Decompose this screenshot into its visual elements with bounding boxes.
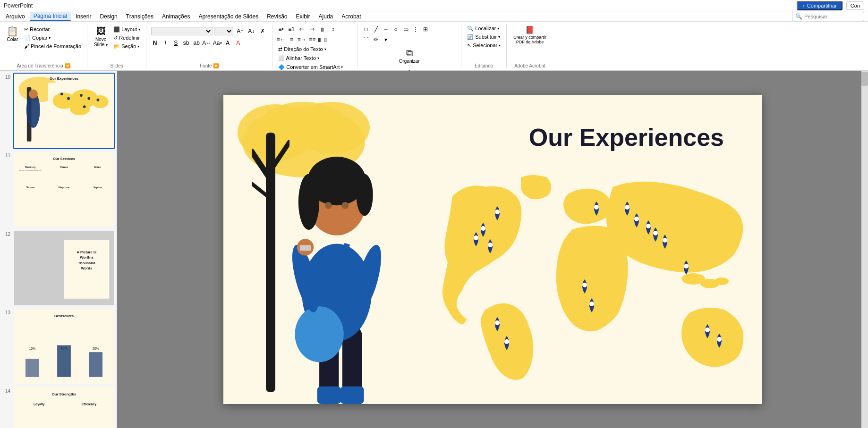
- svg-text:20%: 20%: [93, 347, 99, 350]
- new-slide-icon: 🖼: [96, 26, 106, 36]
- increase-indent-button[interactable]: ⇒: [307, 25, 317, 34]
- clipboard-label: Área de Transferência 🔽: [4, 62, 83, 68]
- font-size-select[interactable]: [214, 27, 233, 35]
- menu-arquivo[interactable]: Arquivo: [2, 12, 29, 21]
- menu-exibir[interactable]: Exibir: [292, 12, 314, 21]
- line-shape-button[interactable]: ╱: [371, 25, 381, 34]
- secao-button[interactable]: 📂 Seção ▾: [111, 42, 142, 50]
- align-center-button[interactable]: ≡: [287, 35, 296, 44]
- world-map: [429, 168, 750, 385]
- menu-animacoes[interactable]: Animações: [158, 12, 194, 21]
- scrollbar-thumb[interactable]: [861, 72, 868, 86]
- decrease-indent-button[interactable]: ⇐: [297, 25, 306, 34]
- clear-format-button[interactable]: ✗: [258, 26, 267, 36]
- localizar-button[interactable]: 🔍 Localizar ▾: [465, 25, 502, 33]
- slide-canvas[interactable]: Our Experiences: [223, 95, 762, 404]
- case-button[interactable]: Aa ▾: [213, 38, 222, 48]
- svg-point-78: [488, 243, 493, 247]
- slide-item-12[interactable]: 12 A Picture Is Worth a Thousand Words: [2, 230, 115, 306]
- increase-font-button[interactable]: A↑: [235, 26, 245, 36]
- svg-text:Venus is the second planet...: Venus is the second planet...: [19, 170, 42, 172]
- slide-item-13[interactable]: 13 Bestsellers 10% 35% 20%: [2, 308, 115, 385]
- app-name: PowerPoint: [4, 2, 33, 9]
- shadow-button[interactable]: ab: [192, 38, 201, 48]
- svg-point-10: [67, 97, 70, 100]
- compartilhar-button[interactable]: ↑ Compartilhar: [797, 1, 842, 10]
- menu-acrobat[interactable]: Acrobat: [338, 12, 365, 21]
- col-button[interactable]: ⫼: [318, 25, 327, 34]
- search-input[interactable]: [804, 14, 861, 19]
- numbered-list-button[interactable]: ≡1: [287, 25, 296, 34]
- novo-slide-button[interactable]: 🖼 NovoSlide ▾: [91, 25, 111, 49]
- italic-button[interactable]: I: [161, 38, 170, 48]
- copiar-button[interactable]: 📄 Copiar ▾: [22, 34, 83, 42]
- svg-point-91: [684, 264, 689, 269]
- freeform-button[interactable]: ✏: [371, 35, 381, 44]
- layout-button[interactable]: ⬛ Layout ▾: [111, 25, 142, 34]
- slide-title: Our Experiences: [529, 123, 724, 151]
- slide-item-10[interactable]: 10: [2, 73, 115, 149]
- underline-button[interactable]: S: [171, 38, 180, 48]
- font-family-select[interactable]: [151, 27, 213, 35]
- person-illustration: [266, 111, 408, 404]
- slide-thumb-12[interactable]: A Picture Is Worth a Thousand Words: [13, 230, 115, 306]
- svg-text:10%: 10%: [29, 347, 35, 350]
- svg-text:Worth a: Worth a: [80, 255, 94, 260]
- vertical-scrollbar[interactable]: [861, 71, 868, 428]
- justify-button[interactable]: ≡≡: [307, 35, 317, 44]
- shape-grid-button[interactable]: ⊞: [421, 25, 430, 34]
- menu-inserir[interactable]: Inserir: [72, 12, 95, 21]
- highlight-button[interactable]: A̲: [223, 38, 232, 48]
- bullet-list-button[interactable]: ≡•: [276, 25, 286, 34]
- organizar-button[interactable]: ⧉ Organizar: [362, 46, 456, 66]
- oval-shape-button[interactable]: ○: [391, 25, 400, 34]
- menu-pagina-inicial[interactable]: Página Inicial: [30, 12, 71, 21]
- col2-button[interactable]: ⫼⫼: [318, 35, 327, 44]
- more-shapes-button[interactable]: ⋮: [411, 25, 420, 34]
- direction-button[interactable]: ⇄ Direção do Texto ▾: [276, 45, 328, 53]
- strikethrough-button[interactable]: sb: [181, 38, 191, 48]
- fonte-label: Fonte 🔽: [150, 62, 268, 68]
- pincel-button[interactable]: 🖌 Pincel de Formatação: [22, 42, 83, 50]
- decrease-font-button[interactable]: A↓: [247, 26, 256, 36]
- char-spacing-button[interactable]: A↔: [202, 38, 212, 48]
- curve-button[interactable]: ⌒: [361, 35, 371, 44]
- slide-item-14[interactable]: 14 Our Strengths Loyalty Efficiency Reli…: [2, 386, 115, 428]
- comentarios-label: Con: [851, 3, 860, 8]
- menu-ajuda[interactable]: Ajuda: [315, 12, 337, 21]
- substituir-button[interactable]: 🔄 Substituir ▾: [465, 33, 502, 41]
- comentarios-button[interactable]: Con: [846, 1, 864, 10]
- recortar-button[interactable]: ✂ Recortar: [22, 25, 83, 34]
- shapes-more-button[interactable]: ▾: [381, 35, 391, 44]
- menu-revisao[interactable]: Revisão: [263, 12, 291, 21]
- slide-thumb-13[interactable]: Bestsellers 10% 35% 20%: [13, 308, 115, 385]
- align-left-button[interactable]: ≡←: [276, 35, 286, 44]
- font-color-button[interactable]: A: [233, 38, 243, 48]
- acrobat-pdf-button[interactable]: 📕 Crear y compartirPDF de Adobe: [511, 25, 549, 46]
- ribbon-group-editando: 🔍 Localizar ▾ 🔄 Substituir ▾ ↖ Seleciona…: [461, 24, 507, 68]
- menu-apresentacao[interactable]: Apresentação de Slides: [195, 12, 262, 21]
- line-spacing-button[interactable]: ↕: [328, 25, 338, 34]
- selecionar-button[interactable]: ↖ Selecionar ▾: [465, 42, 502, 50]
- colar-button[interactable]: 📋 Colar: [4, 25, 21, 44]
- svg-text:Words: Words: [81, 266, 93, 270]
- align-text-button[interactable]: ⬜ Alinhar Texto ▾: [276, 54, 321, 62]
- arrow-shape-button[interactable]: →: [381, 25, 391, 34]
- menu-design[interactable]: Design: [96, 12, 121, 21]
- svg-point-80: [504, 339, 509, 344]
- rounded-rect-button[interactable]: ▭: [401, 25, 410, 34]
- paste-icon: 📋: [7, 26, 18, 36]
- slide-item-11[interactable]: 11 Our Services Mercury Venus is the sec…: [2, 151, 115, 227]
- menu-transicoes[interactable]: Transições: [122, 12, 157, 21]
- align-right-button[interactable]: ≡→: [297, 35, 306, 44]
- svg-text:Our Services: Our Services: [53, 157, 75, 161]
- bold-button[interactable]: N: [150, 38, 160, 48]
- slide-thumb-10[interactable]: Our Experiences: [13, 73, 115, 149]
- search-icon: 🔍: [795, 13, 802, 20]
- redefinir-button[interactable]: ↺ Redefinir: [111, 34, 142, 42]
- slide-thumb-14[interactable]: Our Strengths Loyalty Efficiency Reliabi…: [13, 386, 115, 428]
- svg-point-84: [625, 205, 630, 210]
- convert-smartart-button[interactable]: 🔷 Converter em SmartArt ▾: [276, 63, 345, 71]
- slide-thumb-11[interactable]: Our Services Mercury Venus is the second…: [13, 151, 115, 227]
- rect-shape-button[interactable]: □: [361, 25, 371, 34]
